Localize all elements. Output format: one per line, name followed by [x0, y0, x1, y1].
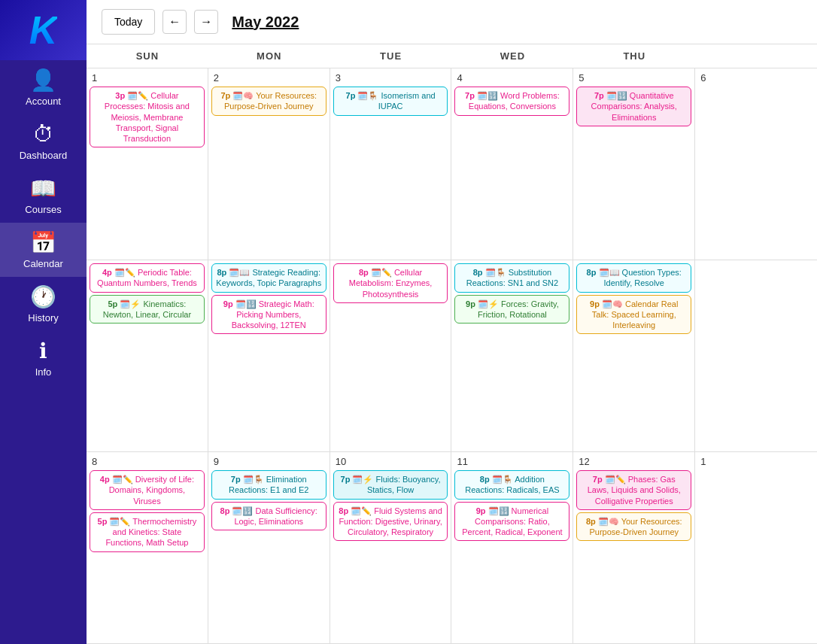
event-card[interactable]: 5p 🗓️⚡ Kinematics: Newton, Linear, Circu…: [90, 295, 205, 324]
calendar-row-1: 4p 🗓️✏️ Periodic Table: Quantum Numbers,…: [87, 260, 817, 452]
logo: K: [0, 0, 87, 60]
today-button[interactable]: Today: [102, 9, 155, 35]
event-card[interactable]: 9p 🗓️🔢 Strategic Math: Picking Numbers, …: [211, 295, 326, 335]
calendar-cell-2-5: 1: [695, 452, 817, 643]
event-card[interactable]: 8p 🗓️📖 Question Types: Identify, Resolve: [576, 263, 691, 293]
event-card[interactable]: 9p 🗓️🧠 Calendar Real Talk: Spaced Learni…: [576, 295, 691, 335]
sidebar-label-info: Info: [35, 366, 52, 378]
calendar-cell-2-4: 127p 🗓️✏️ Phases: Gas Laws, Liquids and …: [573, 452, 695, 643]
cell-date-number: 1: [698, 455, 814, 468]
cell-date-number: 8: [90, 455, 205, 468]
calendar-grid: SUN MON TUE WED THU 13p 🗓️✏️ Cellular Pr…: [87, 44, 817, 644]
info-icon: ℹ: [39, 339, 47, 363]
day-header-fri: [695, 44, 817, 68]
event-card[interactable]: 8p 🗓️✏️ Fluid Systems and Function: Dige…: [333, 502, 448, 542]
cell-date-number: 5: [576, 71, 691, 84]
event-card[interactable]: 8p 🗓️🪑 Substitution Reactions: SN1 and S…: [454, 263, 569, 293]
cell-date-number: 11: [454, 455, 569, 468]
event-card[interactable]: 3p 🗓️✏️ Cellular Processes: Mitosis and …: [90, 87, 205, 147]
sidebar-label-account: Account: [26, 96, 61, 107]
sidebar-label-calendar: Calendar: [23, 258, 63, 269]
calendar-cell-1-2: 8p 🗓️✏️ Cellular Metabolism: Enzymes, Ph…: [330, 260, 452, 451]
calendar-cell-0-4: 57p 🗓️🔢 Quantitative Comparisons: Analys…: [573, 68, 695, 260]
sidebar-item-courses[interactable]: 📖 Courses: [0, 169, 87, 223]
sidebar-label-history: History: [28, 312, 58, 324]
calendar-body: 13p 🗓️✏️ Cellular Processes: Mitosis and…: [87, 68, 817, 644]
event-card[interactable]: 8p 🗓️🧠 Your Resources: Purpose-Driven Jo…: [576, 512, 691, 542]
cell-date-number: 6: [698, 71, 814, 84]
cell-date-number: 9: [211, 455, 326, 468]
calendar-cell-2-1: 97p 🗓️🪑 Elimination Reactions: E1 and E2…: [208, 452, 330, 643]
cell-date-number: 10: [333, 455, 448, 468]
calendar-cell-0-5: 6: [695, 68, 817, 260]
event-card[interactable]: 7p 🗓️⚡ Fluids: Buoyancy, Statics, Flow: [333, 470, 448, 500]
account-icon: 👤: [30, 68, 56, 93]
event-card[interactable]: 5p 🗓️✏️ Thermochemistry and Kinetics: St…: [90, 512, 205, 552]
courses-icon: 📖: [30, 176, 56, 201]
day-header-mon: MON: [208, 44, 330, 68]
calendar-cell-0-1: 27p 🗓️🧠 Your Resources: Purpose-Driven J…: [208, 68, 330, 260]
day-header-sun: SUN: [87, 44, 208, 68]
calendar-cell-1-3: 8p 🗓️🪑 Substitution Reactions: SN1 and S…: [451, 260, 573, 451]
event-card[interactable]: 7p 🗓️✏️ Phases: Gas Laws, Liquids and So…: [576, 470, 691, 510]
next-button[interactable]: →: [194, 10, 218, 34]
calendar-row-0: 13p 🗓️✏️ Cellular Processes: Mitosis and…: [87, 68, 817, 260]
event-card[interactable]: 8p 🗓️🪑 Addition Reactions: Radicals, EAS: [454, 470, 569, 500]
event-card[interactable]: 8p 🗓️📖 Strategic Reading: Keywords, Topi…: [211, 263, 326, 293]
event-card[interactable]: 7p 🗓️🧠 Your Resources: Purpose-Driven Jo…: [211, 87, 326, 116]
calendar-cell-0-2: 37p 🗓️🪑 Isomerism and IUPAC: [330, 68, 452, 260]
event-card[interactable]: 9p 🗓️🔢 Numerical Comparisons: Ratio, Per…: [454, 502, 569, 542]
event-card[interactable]: 7p 🗓️🪑 Isomerism and IUPAC: [333, 87, 448, 116]
calendar-cell-2-0: 84p 🗓️✏️ Diversity of Life: Domains, Kin…: [87, 452, 208, 643]
event-card[interactable]: 8p 🗓️✏️ Cellular Metabolism: Enzymes, Ph…: [333, 263, 448, 303]
cell-date-number: 4: [454, 71, 569, 84]
calendar-cell-0-3: 47p 🗓️🔢 Word Problems: Equations, Conver…: [451, 68, 573, 260]
prev-button[interactable]: ←: [162, 10, 187, 34]
sidebar-item-account[interactable]: 👤 Account: [0, 60, 87, 114]
event-card[interactable]: 9p 🗓️⚡ Forces: Gravity, Friction, Rotati…: [454, 295, 569, 324]
event-card[interactable]: 7p 🗓️🪑 Elimination Reactions: E1 and E2: [211, 470, 326, 500]
calendar-cell-0-0: 13p 🗓️✏️ Cellular Processes: Mitosis and…: [87, 68, 208, 260]
day-header-wed: WED: [451, 44, 573, 68]
cell-date-number: 2: [211, 71, 326, 84]
cell-date-number: 1: [90, 71, 205, 84]
event-card[interactable]: 7p 🗓️🔢 Quantitative Comparisons: Analysi…: [576, 87, 691, 126]
calendar-cell-1-1: 8p 🗓️📖 Strategic Reading: Keywords, Topi…: [208, 260, 330, 451]
event-card[interactable]: 4p 🗓️✏️ Diversity of Life: Domains, King…: [90, 470, 205, 510]
history-icon: 🕐: [30, 284, 56, 309]
calendar-row-2: 84p 🗓️✏️ Diversity of Life: Domains, Kin…: [87, 452, 817, 644]
sidebar-item-info[interactable]: ℹ Info: [0, 331, 87, 385]
logo-letter: K: [29, 8, 58, 53]
calendar-cell-2-3: 118p 🗓️🪑 Addition Reactions: Radicals, E…: [451, 452, 573, 643]
event-card[interactable]: 4p 🗓️✏️ Periodic Table: Quantum Numbers,…: [90, 263, 205, 293]
month-title: May 2022: [232, 14, 299, 31]
cell-date-number: 12: [576, 455, 691, 468]
sidebar-item-calendar[interactable]: 📅 Calendar: [0, 223, 87, 277]
calendar-cell-2-2: 107p 🗓️⚡ Fluids: Buoyancy, Statics, Flow…: [330, 452, 452, 643]
dashboard-icon: ⏱: [33, 122, 54, 147]
calendar-cell-1-0: 4p 🗓️✏️ Periodic Table: Quantum Numbers,…: [87, 260, 208, 451]
event-card[interactable]: 7p 🗓️🔢 Word Problems: Equations, Convers…: [454, 87, 569, 116]
calendar-header: Today ← → May 2022: [87, 0, 817, 44]
sidebar: K 👤 Account ⏱ Dashboard 📖 Courses 📅 Cale…: [0, 0, 87, 644]
event-card[interactable]: 8p 🗓️🔢 Data Sufficiency: Logic, Eliminat…: [211, 502, 326, 531]
calendar-cell-1-5: [695, 260, 817, 451]
sidebar-label-dashboard: Dashboard: [20, 150, 68, 161]
sidebar-label-courses: Courses: [25, 204, 61, 215]
main-content: Today ← → May 2022 SUN MON TUE WED THU 1…: [87, 0, 817, 644]
day-header-thu: THU: [573, 44, 695, 68]
calendar-cell-1-4: 8p 🗓️📖 Question Types: Identify, Resolve…: [573, 260, 695, 451]
day-header-tue: TUE: [330, 44, 452, 68]
calendar-icon: 📅: [30, 230, 56, 255]
day-headers: SUN MON TUE WED THU: [87, 44, 817, 68]
cell-date-number: 3: [333, 71, 448, 84]
sidebar-item-dashboard[interactable]: ⏱ Dashboard: [0, 114, 87, 169]
sidebar-item-history[interactable]: 🕐 History: [0, 277, 87, 331]
